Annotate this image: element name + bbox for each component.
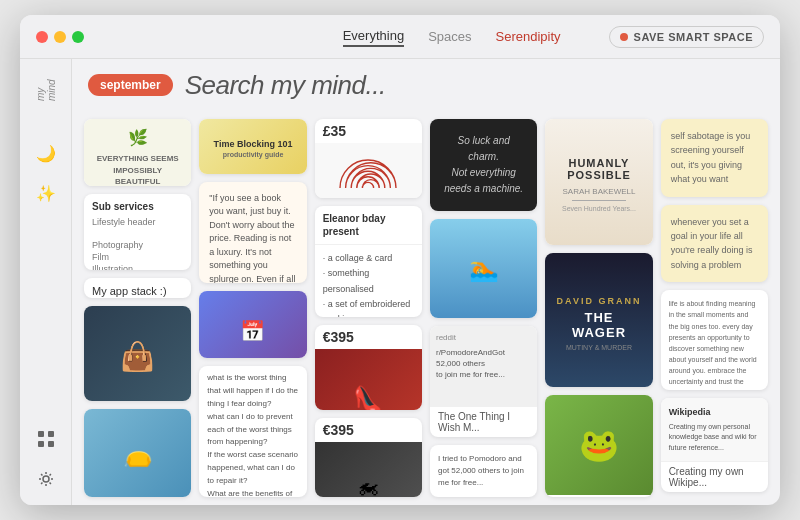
- card-frog[interactable]: 🐸 Flumple Frog $25: [545, 395, 652, 497]
- sidebar-item-sparkle[interactable]: ✨: [30, 177, 62, 209]
- wiki-image: Wikipedia Creating my own personal knowl…: [661, 398, 768, 461]
- wiki-title: Creating my own Wikipe...: [661, 461, 768, 492]
- handbag-image: 👜: [84, 306, 191, 401]
- card-reddit[interactable]: reddit r/PomodoreAndGot52,000 othersto j…: [430, 326, 537, 437]
- eleanor-list: · a collage & card · something personali…: [315, 244, 422, 317]
- tracking-image: Time Blocking 101productivity guide: [199, 119, 306, 174]
- card-humanly-possible[interactable]: HUMANLYPOSSIBLE SARAH BAKEWELL Seven Hun…: [545, 119, 652, 245]
- card-goal-setting[interactable]: whenever you set a goal in your life all…: [661, 205, 768, 283]
- card-tote[interactable]: 👝 £100: [84, 409, 191, 497]
- cartoon-content: 🌿 EVERYTHING SEEMSIMPOSSIBLY BEAUTIFULIN…: [84, 119, 191, 186]
- book-quote-text: "If you see a book you want, just buy it…: [199, 182, 306, 284]
- card-swimmer[interactable]: 🏊: [430, 219, 537, 319]
- masonry-col-1: 🌿 EVERYTHING SEEMSIMPOSSIBLY BEAUTIFULIN…: [84, 119, 191, 497]
- sidebar-item-mymind[interactable]: my mind: [30, 69, 62, 101]
- card-kina-shoes[interactable]: €395 🏍 KINA Burgundy patent le...: [315, 418, 422, 497]
- calendar-image: 📅: [199, 291, 306, 358]
- frog-image: 🐸: [545, 395, 652, 495]
- card-calendars[interactable]: 📅 Multi-layered calendars: [199, 291, 306, 358]
- close-button[interactable]: [36, 31, 48, 43]
- card-self-sabotage[interactable]: self sabotage is you screening yourself …: [661, 119, 768, 197]
- tab-everything[interactable]: Everything: [343, 26, 404, 47]
- minimize-button[interactable]: [54, 31, 66, 43]
- sidebar: my mind 🌙 ✨: [20, 59, 72, 505]
- svg-rect-1: [48, 431, 54, 437]
- card-wager[interactable]: DAVID GRANN THEWAGER MUTINY & MURDER The…: [545, 253, 652, 387]
- alice-price: €395: [315, 325, 422, 349]
- masonry-col-2: Time Blocking 101productivity guide How …: [199, 119, 306, 497]
- dark-card-text: So luck and charm.Not everything needs a…: [430, 119, 537, 211]
- wager-book-cover: DAVID GRANN THEWAGER MUTINY & MURDER: [545, 253, 652, 387]
- spiral-image: [315, 143, 422, 198]
- tab-spaces[interactable]: Spaces: [428, 27, 471, 46]
- search-text[interactable]: Search my mind...: [185, 70, 386, 101]
- tab-bar: Everything Spaces Serendipity SAVE SMART…: [343, 26, 764, 48]
- swimmer-image: 🏊: [430, 219, 537, 319]
- reddit-image: reddit r/PomodoreAndGot52,000 othersto j…: [430, 326, 537, 406]
- search-bar: september Search my mind...: [72, 59, 780, 111]
- card-sub-services[interactable]: Sub services Lifestyle header Photograph…: [84, 194, 191, 270]
- save-smart-space-button[interactable]: SAVE SMART SPACE: [609, 26, 764, 48]
- seersucker-price: £35: [315, 119, 422, 143]
- frog-footer: Flumple Frog $25: [545, 495, 652, 497]
- title-bar: Everything Spaces Serendipity SAVE SMART…: [20, 15, 780, 59]
- kina-image: 🏍: [315, 442, 422, 497]
- card-book-quote[interactable]: "If you see a book you want, just buy it…: [199, 182, 306, 284]
- alice-shoe-image: 👠: [315, 349, 422, 410]
- masonry-col-5: HUMANLYPOSSIBLE SARAH BAKEWELL Seven Hun…: [545, 119, 652, 497]
- svg-point-4: [43, 476, 49, 482]
- main-window: Everything Spaces Serendipity SAVE SMART…: [20, 15, 780, 505]
- window-controls: [36, 31, 84, 43]
- tab-serendipity[interactable]: Serendipity: [496, 27, 561, 46]
- masonry-col-6: self sabotage is you screening yourself …: [661, 119, 768, 497]
- card-long-text[interactable]: life is about finding meaning in the sma…: [661, 290, 768, 390]
- app-stack-text: My app stack :): [84, 278, 191, 298]
- card-wikipedia[interactable]: Wikipedia Creating my own personal knowl…: [661, 398, 768, 492]
- goal-setting-text: whenever you set a goal in your life all…: [661, 205, 768, 283]
- card-dark[interactable]: So luck and charm.Not everything needs a…: [430, 119, 537, 211]
- main-content: my mind 🌙 ✨: [20, 59, 780, 505]
- long-text-content: life is about finding meaning in the sma…: [661, 290, 768, 390]
- card-worst-case[interactable]: what is the worst thing that will happen…: [199, 366, 306, 497]
- masonry-col-3: £35 Wilder Red Seersucker... Eleanor bda…: [315, 119, 422, 497]
- save-dot-icon: [620, 33, 628, 41]
- masonry-grid: 🌿 EVERYTHING SEEMSIMPOSSIBLY BEAUTIFULIN…: [72, 111, 780, 505]
- frog-title: Flumple Frog: [545, 495, 613, 497]
- humanly-book-cover: HUMANLYPOSSIBLE SARAH BAKEWELL Seven Hun…: [545, 119, 652, 245]
- content-area: september Search my mind... 🌿 EVERYTHING…: [72, 59, 780, 505]
- sub-services-text: Sub services Lifestyle header Photograph…: [84, 194, 191, 270]
- svg-rect-3: [48, 441, 54, 447]
- tote-image: 👝: [84, 409, 191, 497]
- svg-rect-2: [38, 441, 44, 447]
- svg-rect-0: [38, 431, 44, 437]
- card-alice-shoes[interactable]: €395 👠 ALICE Burgundy patent l...: [315, 325, 422, 410]
- maximize-button[interactable]: [72, 31, 84, 43]
- sidebar-item-moon[interactable]: 🌙: [30, 137, 62, 169]
- september-badge[interactable]: september: [88, 74, 173, 96]
- sidebar-item-grid[interactable]: [30, 423, 62, 455]
- kina-price: €395: [315, 418, 422, 442]
- card-app-stack[interactable]: My app stack :): [84, 278, 191, 298]
- card-eleanor-bday[interactable]: Eleanor bday present · a collage & card …: [315, 206, 422, 317]
- masonry-col-4: So luck and charm.Not everything needs a…: [430, 119, 537, 497]
- worst-case-text: what is the worst thing that will happen…: [199, 366, 306, 497]
- card-handbag[interactable]: 👜 £175: [84, 306, 191, 401]
- card-tracking[interactable]: Time Blocking 101productivity guide How …: [199, 119, 306, 174]
- reddit-title: The One Thing I Wish M...: [430, 406, 537, 437]
- card-cartoon[interactable]: 🌿 EVERYTHING SEEMSIMPOSSIBLY BEAUTIFULIN…: [84, 119, 191, 186]
- my-mind-label: my mind: [35, 69, 57, 101]
- sidebar-item-settings[interactable]: [30, 463, 62, 495]
- manga-text: I tried to Pomodoro and got 52,000 other…: [430, 445, 537, 497]
- card-manga[interactable]: I tried to Pomodoro and got 52,000 other…: [430, 445, 537, 497]
- self-sabotage-text: self sabotage is you screening yourself …: [661, 119, 768, 197]
- eleanor-title: Eleanor bday present: [315, 206, 422, 244]
- card-seersucker[interactable]: £35 Wilder Red Seersucker...: [315, 119, 422, 198]
